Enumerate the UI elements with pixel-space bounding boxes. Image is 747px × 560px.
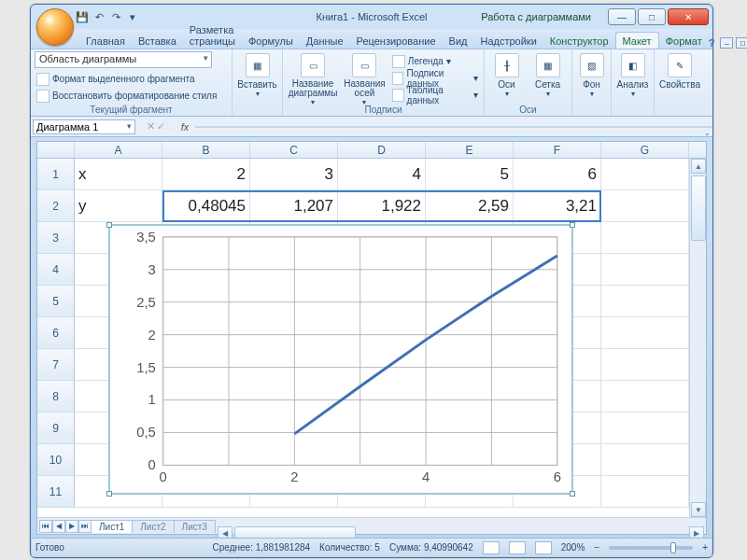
sheet-tab-3[interactable]: Лист3	[174, 520, 216, 533]
tab-nav-next[interactable]: ▶	[65, 520, 78, 533]
close-button[interactable]: ✕	[668, 8, 709, 25]
row-header-4[interactable]: 4	[37, 254, 75, 286]
properties-button[interactable]: ✎ Свойства	[658, 51, 701, 116]
mdi-minimize-button[interactable]: –	[720, 37, 733, 49]
cell-G4[interactable]	[601, 254, 689, 286]
vscroll-thumb[interactable]	[691, 175, 706, 241]
tab-chart-layout[interactable]: Макет	[615, 32, 659, 49]
zoom-out-icon[interactable]: −	[594, 542, 599, 553]
cell-G3[interactable]	[601, 222, 689, 254]
row-header-6[interactable]: 6	[37, 317, 75, 349]
expand-formula-icon[interactable]: ⌄	[704, 129, 711, 137]
tab-formulas[interactable]: Формулы	[242, 33, 300, 49]
cell-D1[interactable]: 4	[338, 159, 426, 190]
minimize-button[interactable]: —	[608, 8, 636, 25]
mdi-restore-button[interactable]: □	[736, 37, 747, 49]
cell-G8[interactable]	[601, 381, 689, 413]
cell-A1[interactable]: x	[75, 159, 162, 190]
chart-handle-sw[interactable]	[106, 491, 112, 497]
tab-review[interactable]: Рецензирование	[350, 33, 443, 49]
tab-data[interactable]: Данные	[300, 33, 350, 49]
tab-home[interactable]: Главная	[79, 33, 132, 49]
redo-icon[interactable]: ↷	[109, 10, 122, 23]
cell-B1[interactable]: 2	[162, 159, 250, 190]
cell-F2[interactable]: 3,21	[514, 190, 601, 222]
save-icon[interactable]: 💾	[76, 10, 89, 23]
scroll-down-icon[interactable]: ▼	[691, 502, 706, 517]
cell-G2[interactable]	[601, 190, 689, 222]
row-header-7[interactable]: 7	[37, 349, 75, 381]
tab-nav-last[interactable]: ⏭	[78, 520, 92, 533]
scroll-up-icon[interactable]: ▲	[691, 159, 706, 174]
row-header-2[interactable]: 2	[37, 190, 75, 222]
sheet-tab-1[interactable]: Лист1	[91, 520, 133, 533]
zoom-slider-knob[interactable]	[670, 542, 676, 553]
background-button[interactable]: ▧ Фон▾	[576, 51, 607, 116]
cell-G10[interactable]	[601, 444, 689, 476]
zoom-level[interactable]: 200%	[561, 542, 585, 553]
analysis-button[interactable]: ◧ Анализ▾	[615, 51, 650, 116]
legend-button[interactable]: Легенда ▾	[390, 53, 480, 69]
embedded-chart[interactable]: 00,511,522,533,50246	[108, 224, 573, 495]
cell-G11[interactable]	[601, 476, 689, 508]
fx-icon[interactable]: fx	[175, 121, 195, 133]
cell-E1[interactable]: 5	[426, 159, 514, 190]
chart-handle-nw[interactable]	[106, 222, 112, 228]
chart-handle-se[interactable]	[570, 491, 575, 497]
cell-B2[interactable]: 0,48045	[162, 190, 250, 222]
formula-input[interactable]: ⌄	[195, 126, 712, 128]
cell-G6[interactable]	[601, 317, 689, 349]
col-header-E[interactable]: E	[426, 142, 514, 158]
tab-nav-first[interactable]: ⏮	[39, 520, 52, 533]
cell-F1[interactable]: 6	[514, 159, 601, 190]
view-pagebreak-button[interactable]	[535, 541, 552, 554]
vertical-scrollbar[interactable]: ▲ ▼	[689, 159, 706, 517]
zoom-in-icon[interactable]: +	[702, 542, 708, 553]
help-icon[interactable]: ?	[709, 37, 715, 49]
insert-button[interactable]: ▦ Вставить ▾	[236, 51, 278, 116]
reset-style-button[interactable]: Восстановить форматирование стиля	[35, 88, 228, 104]
office-button[interactable]	[36, 8, 74, 46]
row-header-11[interactable]: 11	[37, 476, 75, 508]
col-header-A[interactable]: A	[75, 142, 162, 158]
chart-element-combo[interactable]: Область диаграммы	[35, 51, 212, 68]
cell-D2[interactable]: 1,922	[338, 190, 426, 222]
col-header-G[interactable]: G	[601, 142, 689, 158]
cell-G5[interactable]	[601, 286, 689, 317]
col-header-D[interactable]: D	[338, 142, 426, 158]
row-header-9[interactable]: 9	[37, 413, 75, 444]
chart-handle-ne[interactable]	[570, 222, 575, 228]
cell-G1[interactable]	[601, 159, 689, 190]
row-header-8[interactable]: 8	[37, 381, 75, 413]
data-table-button[interactable]: Таблица данных ▾	[390, 87, 480, 103]
col-header-F[interactable]: F	[514, 142, 601, 158]
col-header-B[interactable]: B	[162, 142, 250, 158]
name-box[interactable]: Диаграмма 1	[33, 119, 135, 134]
tab-view[interactable]: Вид	[443, 33, 474, 49]
format-selection-button[interactable]: Формат выделенного фрагмента	[35, 71, 228, 87]
tab-chart-format[interactable]: Формат	[659, 33, 709, 49]
cell-G9[interactable]	[601, 413, 689, 444]
tab-nav-prev[interactable]: ◀	[52, 520, 65, 533]
sheet-tab-2[interactable]: Лист2	[132, 520, 174, 533]
cell-C1[interactable]: 3	[250, 159, 338, 190]
tab-addins[interactable]: Надстройки	[473, 33, 543, 49]
cell-A2[interactable]: y	[75, 190, 162, 222]
cell-G7[interactable]	[601, 349, 689, 381]
cell-E2[interactable]: 2,59	[426, 190, 514, 222]
row-header-10[interactable]: 10	[37, 444, 75, 476]
view-layout-button[interactable]	[509, 541, 526, 554]
col-header-C[interactable]: C	[250, 142, 338, 158]
undo-icon[interactable]: ↶	[92, 10, 106, 23]
qat-customize-icon[interactable]: ▾	[126, 10, 139, 23]
data-labels-button[interactable]: Подписи данных ▾	[390, 70, 480, 86]
select-all-corner[interactable]	[37, 142, 75, 158]
row-header-1[interactable]: 1	[37, 159, 75, 190]
zoom-slider[interactable]	[609, 546, 693, 550]
tab-insert[interactable]: Вставка	[132, 33, 183, 49]
row-header-3[interactable]: 3	[37, 222, 75, 254]
cell-C2[interactable]: 1,207	[250, 190, 338, 222]
view-normal-button[interactable]	[483, 541, 500, 554]
row-header-5[interactable]: 5	[37, 286, 75, 317]
maximize-button[interactable]: □	[638, 8, 666, 25]
